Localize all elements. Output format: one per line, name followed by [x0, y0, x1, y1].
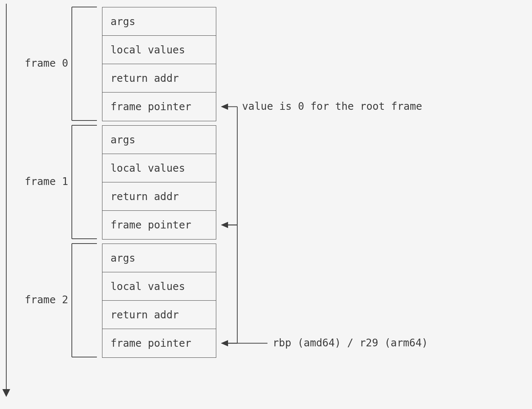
frame-0-slot-1: local values	[102, 35, 216, 64]
frame-label-1: frame 1	[25, 175, 68, 188]
frame-2-slot-2: return addr	[102, 300, 216, 329]
frame-0-slot-3: frame pointer	[102, 92, 216, 121]
frame-label-0: frame 0	[25, 57, 68, 69]
frame-1-slot-0: args	[102, 125, 216, 154]
svg-marker-20	[222, 341, 228, 346]
frame-0-slot-0: args	[102, 7, 216, 36]
frame-2-slot-1: local values	[102, 272, 216, 301]
frame-1-slot-2: return addr	[102, 182, 216, 211]
frame-1-slot-1: local values	[102, 154, 216, 183]
frame-label-2: frame 2	[25, 294, 68, 306]
svg-marker-17	[222, 104, 228, 109]
frame-1-slot-3: frame pointer	[102, 210, 216, 240]
frame-2-slot-0: args	[102, 244, 216, 273]
diagram-svg	[0, 0, 532, 409]
register-frame-pointer-note: rbp (amd64) / r29 (arm64)	[273, 337, 428, 349]
frame-0-slot-2: return addr	[102, 64, 216, 93]
root-frame-pointer-note: value is 0 for the root frame	[242, 100, 422, 112]
svg-marker-18	[222, 223, 228, 228]
frame-2-slot-3: frame pointer	[102, 329, 216, 358]
svg-marker-1	[3, 389, 10, 396]
stack-diagram: argslocal valuesreturn addrframe pointer…	[0, 0, 532, 409]
